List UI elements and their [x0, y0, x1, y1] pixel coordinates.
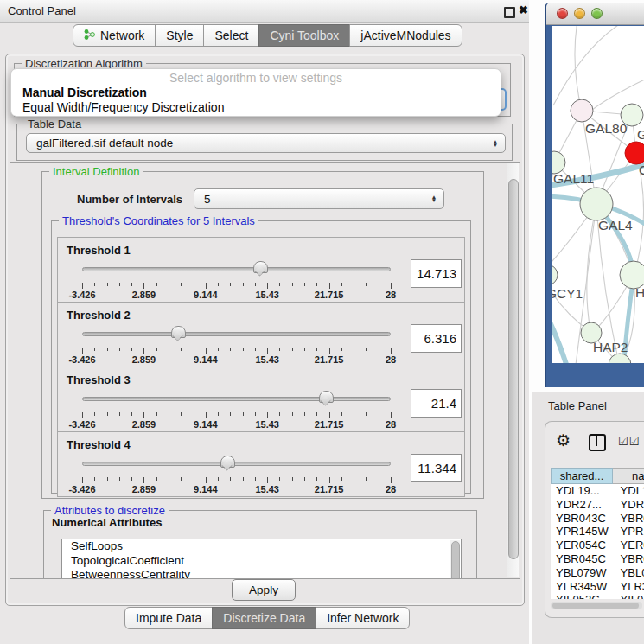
network-canvas[interactable]: GAL80GACGAL11GAL4GCY1HHAP2 [552, 26, 644, 363]
threshold-value-field[interactable]: 14.713 [411, 259, 462, 288]
cell-shared-name[interactable]: YBR043C [551, 512, 613, 526]
node-label: GAL11 [553, 171, 594, 186]
table-row[interactable]: YPR145WYPR1 [551, 525, 644, 539]
tab-select[interactable]: Select [203, 24, 259, 47]
scrollbar-thumb[interactable] [451, 541, 460, 579]
table-row[interactable]: YBR043CYBR0 [551, 512, 644, 526]
tab-discretize-data[interactable]: Discretize Data [212, 607, 316, 629]
node-label: C [639, 163, 644, 177]
tick-mark [243, 412, 244, 416]
table-row[interactable]: YLR345WYLR3 [551, 580, 644, 594]
threshold-slider[interactable]: -3.4262.8599.14415.4321.71528 [77, 325, 395, 365]
gear-icon[interactable]: ⚙ [556, 430, 571, 450]
slider-thumb[interactable] [220, 456, 235, 468]
tab-style[interactable]: Style [155, 24, 204, 47]
table-row[interactable]: YDL19...YDL1 [551, 484, 644, 498]
network-node[interactable] [552, 265, 558, 285]
number-of-intervals-spinner[interactable]: 5 ▲▼ [194, 188, 444, 209]
group-title: Table Data [24, 118, 85, 131]
tick-mark [255, 283, 256, 286]
tab-impute-data[interactable]: Impute Data [124, 607, 213, 629]
network-node[interactable] [571, 99, 593, 122]
cell-name[interactable]: YDR2 [613, 498, 644, 512]
column-header-shared-name[interactable]: shared... [551, 468, 613, 484]
threshold-slider[interactable]: -3.4262.8599.14415.4321.71528 [77, 390, 395, 430]
cell-shared-name[interactable]: YIL052C [551, 593, 613, 599]
dropdown-item-manual-discretization[interactable]: Manual Discretization [11, 86, 501, 100]
network-node[interactable] [609, 354, 631, 363]
close-icon[interactable]: ✖ [519, 3, 528, 16]
table-row[interactable]: YER054CYER0 [551, 539, 644, 552]
table-row[interactable]: YBR045CYBR0 [551, 552, 644, 566]
threshold-slider[interactable]: -3.4262.8599.14415.4321.71528 [77, 260, 395, 300]
tab-cyni-toolbox[interactable]: Cyni Toolbox [258, 24, 350, 47]
cell-name[interactable]: YER0 [613, 539, 644, 552]
checkbox-icons[interactable]: ☑☑ [618, 435, 640, 448]
numerical-attributes-label: Numerical Attributes [52, 516, 162, 529]
cell-name[interactable]: YBR0 [613, 512, 644, 526]
threshold-value-field[interactable]: 6.316 [411, 324, 462, 353]
dropdown-item-equal-width[interactable]: Equal Width/Frequency Discretization [11, 100, 501, 115]
float-window-icon[interactable] [504, 7, 515, 18]
cell-shared-name[interactable]: YER054C [551, 539, 613, 552]
slider-thumb[interactable] [319, 391, 334, 403]
spinner-arrows-icon[interactable]: ▲▼ [489, 140, 505, 147]
network-node[interactable] [580, 188, 613, 220]
cell-name[interactable]: YBR0 [613, 552, 644, 566]
tab-label: Select [214, 29, 248, 42]
spinner-arrows-icon[interactable]: ▲▼ [428, 195, 443, 202]
apply-button[interactable]: Apply [232, 579, 296, 601]
attribute-list-item[interactable]: SelfLoops [62, 539, 461, 554]
slider-thumb[interactable] [253, 261, 268, 273]
tick-mark [156, 283, 157, 286]
tab-infer-network[interactable]: Infer Network [316, 607, 410, 629]
numerical-attributes-list[interactable]: SelfLoopsTopologicalCoefficientBetweenne… [61, 539, 462, 579]
column-header-name[interactable]: na [613, 468, 644, 484]
threshold-value-field[interactable]: 21.4 [411, 389, 462, 418]
cell-shared-name[interactable]: YBL079W [551, 566, 613, 580]
table-data-group: Table Data galFiltered.sif default node … [16, 124, 513, 161]
split-columns-icon[interactable] [589, 434, 606, 451]
cell-shared-name[interactable]: YBR045C [551, 552, 613, 566]
minimize-traffic-light[interactable] [574, 8, 585, 19]
tick-mark [255, 412, 256, 416]
cell-shared-name[interactable]: YPR145W [551, 525, 613, 539]
cell-name[interactable]: YPR1 [613, 525, 644, 539]
zoom-traffic-light[interactable] [591, 8, 603, 19]
tab-network[interactable]: Network [73, 24, 156, 47]
cell-shared-name[interactable]: YDR27... [551, 498, 613, 512]
list-scrollbar[interactable] [450, 540, 460, 579]
panel-scrollbar[interactable] [507, 163, 519, 577]
attribute-list-item[interactable]: BetweennessCentrality [62, 568, 461, 579]
cell-name[interactable]: YIL0 [613, 593, 644, 599]
tab-jactivemnodules[interactable]: jActiveMNodules [349, 24, 462, 47]
cell-name[interactable]: YDL1 [613, 484, 644, 498]
attribute-list-item[interactable]: TopologicalCoefficient [62, 554, 461, 569]
scale-label: -3.426 [68, 419, 95, 430]
table-row[interactable]: YBL079WYBL0 [551, 566, 644, 580]
cell-shared-name[interactable]: YLR345W [551, 580, 613, 594]
network-edge[interactable] [553, 26, 625, 105]
threshold-value-field[interactable]: 11.344 [411, 454, 462, 482]
close-traffic-light[interactable] [557, 8, 568, 19]
tick-mark [354, 477, 354, 481]
scrollbar-thumb[interactable] [552, 603, 639, 609]
slider-scale-labels: -3.4262.8599.14415.4321.71528 [82, 290, 391, 300]
table-row[interactable]: YDR27...YDR2 [551, 498, 644, 512]
tick-mark [131, 348, 132, 351]
threshold-slider[interactable]: -3.4262.8599.14415.4321.71528 [77, 455, 395, 494]
scrollbar-thumb[interactable] [508, 179, 519, 559]
table-data-combo[interactable]: galFiltered.sif default node ▲▼ [26, 133, 506, 153]
slider-thumb[interactable] [171, 326, 186, 338]
network-node[interactable] [625, 142, 644, 164]
tick-mark [329, 283, 330, 289]
tick-mark [391, 477, 392, 483]
cell-name[interactable]: YLR3 [613, 580, 644, 594]
tick-mark [181, 412, 182, 416]
tick-mark [304, 477, 305, 481]
table-row[interactable]: YIL052CYIL0 [551, 593, 644, 599]
table-hscrollbar[interactable] [551, 602, 642, 609]
group-title: Attributes to discretize [51, 504, 169, 517]
cell-shared-name[interactable]: YDL19... [551, 484, 613, 498]
cell-name[interactable]: YBL0 [613, 566, 644, 580]
